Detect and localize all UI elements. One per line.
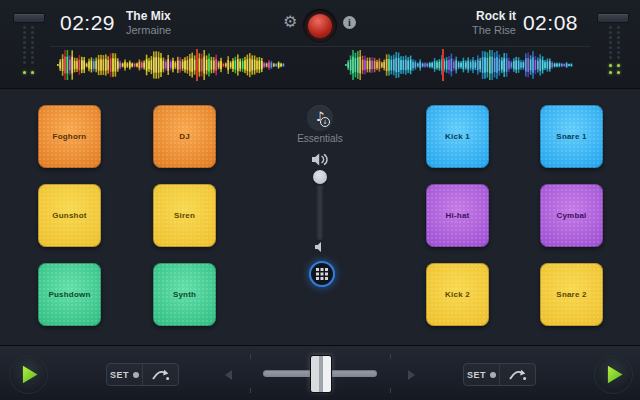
led-dot [23,26,26,29]
pad-label: Gunshot [52,211,86,220]
led-dot [609,51,612,54]
led-dot [23,56,26,59]
deck-b-artist: The Rise [472,24,516,36]
play-button-deck-a[interactable] [9,355,48,394]
sample-pad[interactable]: Kick 1 [426,105,489,168]
center-column: ♪ ↓ Essentials [290,89,350,345]
cue-dot-icon [490,372,496,378]
sample-pad[interactable]: Foghorn [38,105,101,168]
led-dot [617,51,620,54]
pad-label: Foghorn [53,132,87,141]
led-dot [31,71,34,74]
led-dot [609,26,612,29]
pad-label: Pushdown [48,290,90,299]
led-dot [617,26,620,29]
set-cue-button-deck-b[interactable]: SET [464,364,499,385]
playhead-deck-b [442,49,444,81]
cue-group-deck-a: SET [106,363,179,386]
cue-group-deck-b: SET [463,363,536,386]
top-bar: 02:29 The Mix Jermaine ⚙ i Rock it The R… [0,0,640,89]
led-dot [31,41,34,44]
play-icon [608,366,623,384]
tempo-handle-right[interactable] [597,13,629,23]
pad-label: Siren [174,211,195,220]
tempo-slider-left[interactable] [8,0,54,88]
crossfader-tick [390,354,391,359]
sample-pad[interactable]: Siren [153,184,216,247]
tempo-handle-left[interactable] [13,13,45,23]
waveform-graphic [345,49,575,81]
crossfader-left-arrow-icon [225,370,232,380]
crossfader-handle[interactable] [310,355,332,393]
sample-pad[interactable]: Hi-hat [426,184,489,247]
sample-pack-label: Essentials [270,133,370,144]
sample-pad[interactable]: Pushdown [38,263,101,326]
sample-pad[interactable]: DJ [153,105,216,168]
settings-gear-icon[interactable]: ⚙ [283,14,297,30]
info-icon[interactable]: i [343,16,356,29]
led-dot [31,36,34,39]
deck-a-artist: Jermaine [126,24,171,36]
set-cue-button-deck-a[interactable]: SET [107,364,142,385]
dj-app-screen: 02:29 The Mix Jermaine ⚙ i Rock it The R… [0,0,640,400]
deck-a-title: The Mix [126,9,171,23]
crossfader-right-arrow-icon [408,370,415,380]
download-badge-icon: ↓ [320,117,330,127]
jump-arrow-icon [508,368,527,381]
led-dot [609,46,612,49]
set-label: SET [467,370,486,380]
title-divider [50,46,590,47]
sample-pad[interactable]: Cymbal [540,184,603,247]
led-dot [31,61,34,64]
bottom-bar: SET SET [0,345,640,400]
record-button[interactable] [303,9,337,43]
tempo-slider-right[interactable] [586,0,632,88]
pad-label: Kick 2 [445,290,470,299]
led-dot [31,51,34,54]
jump-cue-button-deck-b[interactable] [500,364,535,385]
volume-slider-knob[interactable] [313,170,327,184]
pad-label: Hi-hat [446,211,470,220]
sample-pad[interactable]: Snare 1 [540,105,603,168]
sample-pad[interactable]: Snare 2 [540,263,603,326]
pad-label: Kick 1 [445,132,470,141]
led-dot [31,46,34,49]
led-dot [609,36,612,39]
waveform-deck-b[interactable] [345,49,575,81]
led-dot [31,26,34,29]
led-dot [617,41,620,44]
cue-dot-icon [133,372,139,378]
set-label: SET [110,370,129,380]
deck-b-time: 02:08 [523,11,578,35]
sample-pad[interactable]: Gunshot [38,184,101,247]
crossfader-tick [250,388,251,393]
waveform-graphic [57,49,285,81]
led-dot [617,71,620,74]
waveform-deck-a[interactable] [57,49,285,81]
jump-cue-button-deck-a[interactable] [143,364,178,385]
playhead-deck-a [196,49,198,81]
led-dot [609,71,612,74]
grid-icon [316,268,328,280]
grid-view-button[interactable] [309,261,335,287]
led-dot [23,41,26,44]
pad-label: Snare 1 [556,132,586,141]
play-button-deck-b[interactable] [594,355,633,394]
led-dot [23,51,26,54]
deck-a-time: 02:29 [60,11,115,35]
record-icon [308,14,332,38]
crossfader-tick [390,388,391,393]
led-dot [609,56,612,59]
led-dot [23,36,26,39]
main-area: FoghornDJGunshotSirenPushdownSynth Kick … [0,89,640,345]
led-dot [617,56,620,59]
pad-label: Snare 2 [556,290,586,299]
sample-pack-button[interactable]: ♪ ↓ [307,105,333,131]
sample-pad[interactable]: Kick 2 [426,263,489,326]
led-dot [617,36,620,39]
pad-label: Synth [173,290,196,299]
play-icon [23,366,38,384]
sample-pad[interactable]: Synth [153,263,216,326]
led-dot [23,46,26,49]
led-dot [617,64,620,67]
